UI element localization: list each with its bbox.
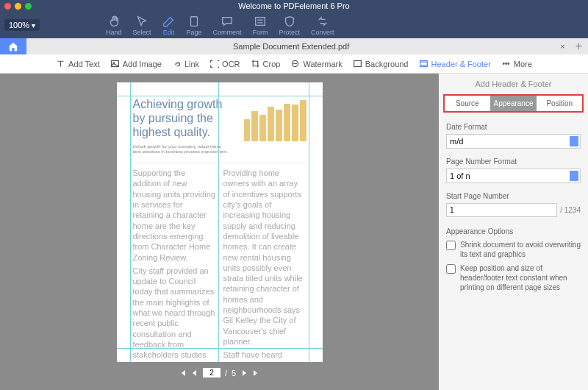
form-button[interactable]: Form bbox=[253, 15, 268, 36]
doc-heading: Achieving growth by pursuing the highest… bbox=[133, 97, 229, 140]
chart-bar bbox=[276, 110, 282, 141]
window-title: Welcome to PDFelement 6 Pro bbox=[238, 1, 349, 10]
doc-subheading: Unlock growth for your company, adopt th… bbox=[133, 144, 229, 156]
keep-position-checkbox[interactable] bbox=[446, 264, 456, 274]
chart-bar bbox=[259, 115, 266, 141]
headerfooter-button[interactable]: Header & Footer bbox=[419, 59, 491, 68]
tab-title[interactable]: Sample Document Extended.pdf bbox=[26, 42, 556, 51]
link-button[interactable]: Link bbox=[172, 59, 199, 68]
guide-line bbox=[117, 96, 323, 96]
tab-close-icon[interactable]: × bbox=[556, 42, 569, 51]
tab-position[interactable]: Position bbox=[537, 96, 582, 111]
date-format-select[interactable]: m/d bbox=[446, 134, 581, 149]
shrink-option[interactable]: Shrink document to avoid overwriting its… bbox=[446, 240, 581, 259]
title-bar: Welcome to PDFelement 6 Pro bbox=[0, 0, 588, 12]
page-sep: / bbox=[225, 369, 227, 377]
svg-rect-0 bbox=[190, 16, 197, 26]
svg-rect-5 bbox=[354, 60, 361, 66]
document-canvas[interactable]: Achieving growth by pursuing the highest… bbox=[0, 74, 439, 390]
start-page-hint: / 1234 bbox=[560, 206, 581, 214]
comment-button[interactable]: Comment bbox=[212, 15, 241, 36]
doc-body: Supporting the addition of new housing u… bbox=[133, 168, 306, 362]
pagenum-format-select[interactable]: 1 of n bbox=[446, 169, 581, 183]
chart-bar bbox=[251, 111, 258, 141]
guide-line bbox=[218, 82, 219, 362]
svg-point-7 bbox=[503, 63, 504, 65]
pagenum-format-label: Page Number Format bbox=[446, 157, 581, 166]
more-button[interactable]: More bbox=[501, 59, 532, 68]
protect-button[interactable]: Protect bbox=[279, 15, 301, 36]
chart-bar bbox=[300, 100, 306, 141]
shrink-checkbox[interactable] bbox=[446, 241, 456, 250]
header-footer-panel: Add Header & Footer Source Appearance Po… bbox=[439, 74, 588, 390]
tab-bar: Sample Document Extended.pdf × + bbox=[0, 38, 588, 54]
svg-point-8 bbox=[506, 63, 507, 65]
guide-line bbox=[117, 348, 323, 349]
close-icon[interactable] bbox=[4, 3, 11, 10]
addimage-button[interactable]: Add Image bbox=[110, 59, 162, 68]
next-page-icon[interactable] bbox=[240, 369, 248, 377]
ocr-button[interactable]: OCR bbox=[209, 59, 240, 68]
page-button[interactable]: Page bbox=[186, 15, 201, 36]
bar-chart bbox=[244, 97, 306, 141]
keep-position-option[interactable]: Keep position and size of header/footer … bbox=[446, 263, 581, 292]
prev-page-icon[interactable] bbox=[191, 369, 198, 377]
panel-tabs: Source Appearance Position bbox=[443, 94, 584, 113]
addtext-button[interactable]: Add Text bbox=[56, 59, 100, 68]
first-page-icon[interactable] bbox=[179, 369, 187, 377]
guide-line bbox=[130, 82, 131, 362]
zoom-selector[interactable]: 100% ▾ bbox=[4, 19, 40, 31]
tab-appearance[interactable]: Appearance bbox=[490, 96, 537, 111]
date-format-label: Date Format bbox=[446, 123, 581, 131]
chart-bar bbox=[268, 107, 274, 141]
svg-rect-1 bbox=[256, 17, 265, 25]
svg-point-9 bbox=[508, 63, 509, 65]
edit-sub-toolbar: Add TextAdd ImageLinkOCRCropWatermarkBac… bbox=[0, 54, 588, 74]
pdf-page: Achieving growth by pursuing the highest… bbox=[117, 82, 323, 362]
page-navigator: / 5 bbox=[179, 368, 259, 377]
last-page-icon[interactable] bbox=[252, 369, 259, 377]
start-page-label: Start Page Number bbox=[446, 192, 581, 200]
convert-button[interactable]: Convert bbox=[311, 15, 334, 36]
background-button[interactable]: Background bbox=[353, 59, 409, 68]
start-page-input[interactable] bbox=[446, 203, 557, 217]
chart-bar bbox=[284, 104, 290, 141]
page-input[interactable] bbox=[203, 368, 220, 377]
tab-source[interactable]: Source bbox=[445, 96, 490, 111]
page-total: 5 bbox=[232, 369, 236, 377]
crop-button[interactable]: Crop bbox=[251, 59, 281, 68]
chart-bar bbox=[244, 119, 251, 141]
edit-button[interactable]: Edit bbox=[162, 15, 175, 36]
window-controls bbox=[4, 3, 32, 10]
appearance-options-label: Appearance Options bbox=[446, 227, 581, 235]
minimize-icon[interactable] bbox=[15, 3, 21, 10]
guide-line bbox=[309, 82, 309, 362]
watermark-button[interactable]: Watermark bbox=[290, 59, 342, 68]
select-button[interactable]: Select bbox=[132, 15, 151, 36]
tab-add-icon[interactable]: + bbox=[570, 40, 588, 53]
main-toolbar: 100% ▾ HandSelectEditPageCommentFormProt… bbox=[0, 12, 588, 38]
chart-bar bbox=[292, 104, 298, 141]
hand-button[interactable]: Hand bbox=[106, 15, 122, 36]
panel-title: Add Header & Footer bbox=[439, 74, 588, 94]
home-button[interactable] bbox=[0, 38, 26, 54]
maximize-icon[interactable] bbox=[25, 3, 32, 10]
